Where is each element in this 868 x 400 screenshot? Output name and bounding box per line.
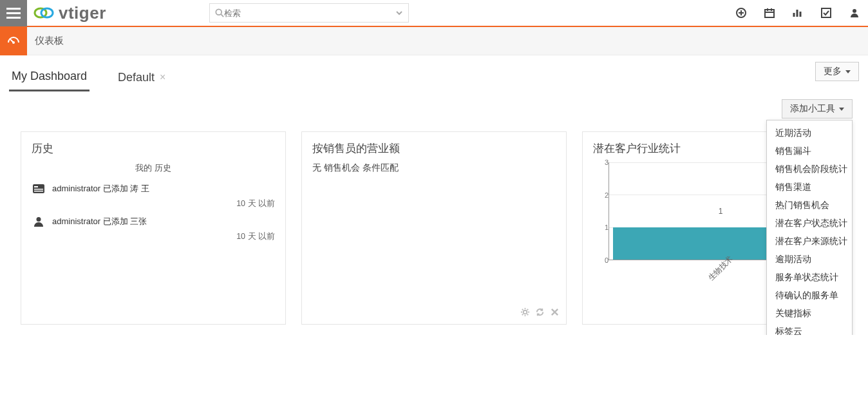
caret-down-icon [839,108,844,111]
logo-text: vtiger [59,3,106,23]
widget-menu-item[interactable]: 待确认的服务单 [767,287,852,305]
reports-button[interactable] [792,7,804,19]
dashboard-icon[interactable] [0,27,27,55]
widget-menu-item[interactable]: 潜在客户状态统计 [767,214,852,233]
gear-icon[interactable] [520,307,530,319]
svg-rect-10 [34,186,38,187]
search-icon [215,8,224,17]
close-icon[interactable]: × [160,71,165,83]
widget-title: 历史 [32,141,275,156]
top-bar: vtiger [0,0,868,27]
widget-menu-item[interactable]: 销售机会阶段统计 [767,160,852,178]
tasks-button[interactable] [820,7,832,19]
history-timestamp: 10 天 以前 [32,198,275,209]
widget-menu-item[interactable]: 服务单状态统计 [767,269,852,287]
widget-menu-item[interactable]: 销售漏斗 [767,142,852,160]
widget-sales-by-rep: 按销售员的营业额 无 销售机会 条件匹配 [301,131,567,325]
history-item[interactable]: administrator 已添加 三张 [32,216,275,227]
refresh-icon[interactable] [535,307,545,319]
history-list: administrator 已添加 涛 王10 天 以前administrato… [32,183,275,242]
app-logo[interactable]: vtiger [33,3,106,23]
svg-point-2 [216,9,222,15]
quick-create-button[interactable] [735,7,747,19]
chart-y-axis: 0123 [597,162,609,260]
svg-rect-5 [765,10,774,17]
user-menu-button[interactable] [849,7,860,19]
search-input[interactable] [224,8,395,18]
caret-down-icon [845,70,851,73]
tab-label: My Dashboard [12,70,87,83]
more-tabs-button[interactable]: 更多 [815,62,859,81]
widget-actions [520,307,560,319]
history-text: administrator 已添加 涛 王 [52,183,149,195]
tab-label: Default [118,71,155,84]
user-icon [32,216,46,227]
svg-rect-6 [822,8,831,17]
history-text: administrator 已添加 三张 [52,216,147,227]
history-subtitle: 我的 历史 [32,162,275,174]
widget-menu-item[interactable]: 逾期活动 [767,251,852,269]
svg-line-3 [221,14,223,17]
history-timestamp: 10 天 以前 [32,231,275,242]
dashboard-tabs: My Dashboard Default× 更多 [0,55,868,91]
widget-menu-item[interactable]: 销售渠道 [767,178,852,196]
module-bar: 仪表板 [0,27,868,55]
widget-menu-item[interactable]: 潜在客户来源统计 [767,233,852,251]
logo-icon [33,5,55,21]
history-item[interactable]: administrator 已添加 涛 王 [32,183,275,195]
svg-point-14 [524,310,527,314]
widget-history: 历史 我的 历史 administrator 已添加 涛 王10 天 以前adm… [21,131,286,325]
widget-menu-item[interactable]: 热门销售机会 [767,196,852,214]
widget-menu-item[interactable]: 关键指标 [767,305,852,323]
add-widget-label: 添加小工具 [790,103,835,113]
chevron-down-icon[interactable] [395,9,403,17]
widget-title: 按销售员的营业额 [312,141,556,156]
calendar-button[interactable] [764,7,775,19]
close-icon[interactable] [550,307,560,319]
tab-my-dashboard[interactable]: My Dashboard [9,66,90,91]
svg-rect-12 [34,191,43,192]
widget-menu-item[interactable]: 近期活动 [767,124,852,142]
widget-toolbar: 添加小工具 近期活动销售漏斗销售机会阶段统计销售渠道热门销售机会潜在客户状态统计… [0,91,868,121]
more-label: 更多 [824,66,842,76]
empty-message: 无 销售机会 条件匹配 [312,162,556,174]
contact-card-icon [32,183,46,195]
add-widget-button[interactable]: 添加小工具 [782,99,853,119]
svg-rect-11 [34,189,43,190]
svg-point-13 [37,217,41,222]
module-title: 仪表板 [35,35,64,47]
widgets-container: 历史 我的 历史 administrator 已添加 涛 王10 天 以前adm… [0,121,868,335]
add-widget-dropdown: 近期活动销售漏斗销售机会阶段统计销售渠道热门销售机会潜在客户状态统计潜在客户来源… [766,120,853,335]
widget-menu-item[interactable]: 标签云 [767,323,852,335]
top-icon-bar [735,7,860,19]
svg-point-7 [853,9,856,13]
tab-default[interactable]: Default× [115,67,168,91]
main-menu-button[interactable] [0,0,27,26]
global-search[interactable] [209,3,409,23]
bar-value-label: 1 [719,207,723,216]
